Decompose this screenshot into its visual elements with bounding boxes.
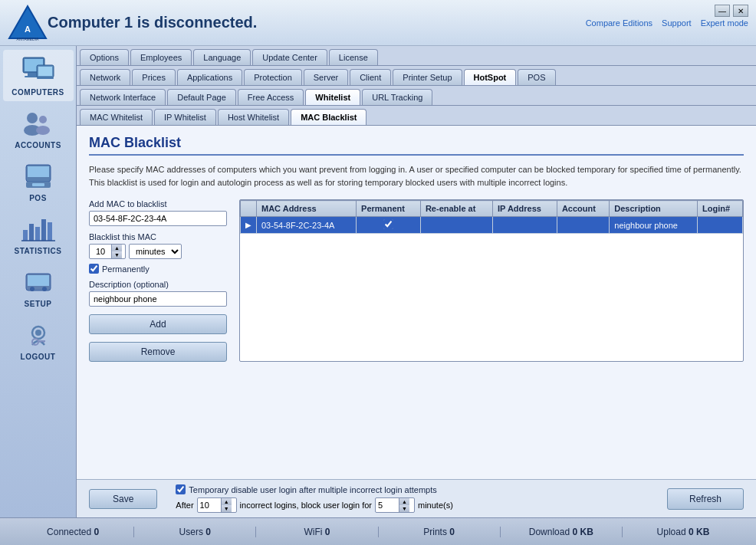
col-account: Account — [557, 201, 609, 217]
add-button[interactable]: Add — [89, 314, 227, 334]
incorrect-up-button[interactable]: ▲ — [221, 498, 232, 505]
antamedia-logo: A ANTAMEDIA — [8, 3, 48, 43]
row-permanent-checkbox[interactable] — [383, 219, 393, 229]
mac-input[interactable] — [89, 211, 227, 226]
temp-disable-row: Temporary disable user login after multi… — [176, 484, 453, 494]
tab-protection[interactable]: Protection — [244, 69, 302, 85]
tab-update-center[interactable]: Update Center — [252, 49, 327, 65]
after-label: After — [176, 501, 193, 510]
tab-host-whitelist[interactable]: Host Whitelist — [218, 109, 289, 125]
tab-printer-setup[interactable]: Printer Setup — [393, 69, 462, 85]
tab-license[interactable]: License — [329, 49, 378, 65]
svg-text:ANTAMEDIA: ANTAMEDIA — [17, 37, 39, 41]
tab-pos[interactable]: POS — [518, 69, 555, 85]
tab-server[interactable]: Server — [304, 69, 348, 85]
tab-ip-whitelist[interactable]: IP Whitelist — [154, 109, 216, 125]
compare-editions-link[interactable]: Compare Editions — [586, 18, 652, 28]
sidebar-label-pos: POS — [29, 194, 47, 202]
computers-icon — [18, 54, 58, 87]
tab-language[interactable]: Language — [193, 49, 251, 65]
incorrect-spinner: ▲ ▼ — [197, 497, 237, 513]
page-body: MAC Blacklist Please specify MAC address… — [77, 126, 756, 479]
sidebar-item-pos[interactable]: POS — [3, 156, 74, 207]
sidebar: COMPUTERS ACCOUNTS — [0, 46, 77, 517]
refresh-button[interactable]: Refresh — [667, 488, 744, 510]
tab-whitelist[interactable]: Whitelist — [305, 89, 360, 105]
table-row[interactable]: ▶03-54-8F-2C-23-4Aneighbour phone — [241, 217, 743, 234]
tab-prices[interactable]: Prices — [132, 69, 176, 85]
sidebar-label-logout: LOGOUT — [21, 353, 56, 361]
temp-disable-checkbox[interactable] — [176, 484, 186, 494]
app-title: Computer 1 is disconnected. — [48, 14, 257, 31]
status-wifi: WiFi 0 — [256, 527, 378, 537]
duration-down-button[interactable]: ▼ — [111, 251, 122, 258]
accounts-icon — [18, 107, 58, 140]
description-input[interactable] — [89, 291, 227, 307]
blacklist-duration-row: ▲ ▼ minutes hours days — [89, 244, 227, 259]
sidebar-item-accounts[interactable]: ACCOUNTS — [3, 103, 74, 154]
sidebar-item-computers[interactable]: COMPUTERS — [3, 50, 74, 101]
tab-default-page[interactable]: Default Page — [167, 89, 236, 105]
row-login — [698, 217, 743, 234]
sidebar-item-logout[interactable]: LOGOUT — [3, 314, 74, 366]
svg-rect-25 — [28, 275, 49, 286]
tab-row-2: Network Prices Applications Protection S… — [77, 66, 756, 86]
block-down-button[interactable]: ▼ — [399, 505, 409, 512]
duration-unit-select[interactable]: minutes hours days — [129, 244, 182, 259]
svg-rect-19 — [29, 224, 34, 241]
tab-employees[interactable]: Employees — [130, 49, 192, 65]
row-description: neighbour phone — [610, 217, 698, 234]
save-button[interactable]: Save — [89, 489, 157, 509]
col-mac-address: MAC Address — [257, 201, 357, 217]
header-right: — ✕ Compare Editions Support Expert mode — [586, 5, 748, 28]
tab-options[interactable]: Options — [80, 49, 129, 65]
sidebar-item-setup[interactable]: SETUP — [3, 261, 74, 313]
content-area: Options Employees Language Update Center… — [77, 46, 756, 517]
sidebar-label-accounts: ACCOUNTS — [15, 141, 61, 149]
sidebar-item-statistics[interactable]: STATISTICS — [3, 208, 74, 260]
tab-hotspot[interactable]: HotSpot — [464, 69, 517, 85]
statusbar: Connected 0 Users 0 WiFi 0 Prints 0 Down… — [0, 517, 756, 545]
temp-disable-section: Temporary disable user login after multi… — [176, 484, 453, 513]
tab-row-4: MAC Whitelist IP Whitelist Host Whitelis… — [77, 106, 756, 126]
permanently-checkbox[interactable] — [89, 264, 99, 274]
svg-text:A: A — [25, 25, 31, 34]
tab-mac-blacklist[interactable]: MAC Blacklist — [291, 109, 366, 125]
blacklist-mac-label: Blacklist this MAC — [89, 232, 227, 241]
svg-rect-15 — [28, 166, 49, 177]
tab-row-1: Options Employees Language Update Center… — [77, 46, 756, 66]
blacklist-table-body: ▶03-54-8F-2C-23-4Aneighbour phone — [241, 217, 743, 234]
status-connected: Connected 0 — [12, 527, 134, 537]
tab-network[interactable]: Network — [80, 69, 130, 85]
remove-button[interactable]: Remove — [89, 342, 227, 362]
add-mac-label: Add MAC to blacklist — [89, 199, 227, 208]
support-link[interactable]: Support — [662, 18, 692, 28]
col-arrow — [241, 201, 257, 217]
status-upload: Upload 0 KB — [623, 527, 744, 537]
minimize-button[interactable]: — — [715, 5, 730, 17]
tab-url-tracking[interactable]: URL Tracking — [362, 89, 432, 105]
tab-free-access[interactable]: Free Access — [238, 89, 304, 105]
svg-point-29 — [35, 330, 41, 336]
tab-applications[interactable]: Applications — [177, 69, 242, 85]
tab-client[interactable]: Client — [350, 69, 391, 85]
header: A ANTAMEDIA Computer 1 is disconnected. … — [0, 0, 756, 46]
block-value[interactable] — [376, 500, 399, 511]
col-login: Login# — [698, 201, 743, 217]
svg-rect-22 — [48, 222, 52, 241]
incorrect-text: incorrect logins, block user login for — [240, 501, 372, 510]
expert-mode-link[interactable]: Expert mode — [701, 18, 748, 28]
duration-value[interactable] — [90, 245, 111, 258]
tab-mac-whitelist[interactable]: MAC Whitelist — [80, 109, 153, 125]
incorrect-down-button[interactable]: ▼ — [221, 505, 232, 512]
tab-network-interface[interactable]: Network Interface — [80, 89, 166, 105]
incorrect-value[interactable] — [198, 500, 221, 511]
statistics-icon — [18, 213, 58, 245]
page-description: Please specify MAC addresses of computer… — [89, 163, 744, 189]
block-up-button[interactable]: ▲ — [399, 498, 409, 505]
svg-point-27 — [42, 287, 47, 291]
close-button[interactable]: ✕ — [733, 5, 748, 17]
col-ip: IP Address — [493, 201, 557, 217]
duration-up-button[interactable]: ▲ — [111, 245, 122, 251]
logout-icon — [18, 319, 58, 351]
